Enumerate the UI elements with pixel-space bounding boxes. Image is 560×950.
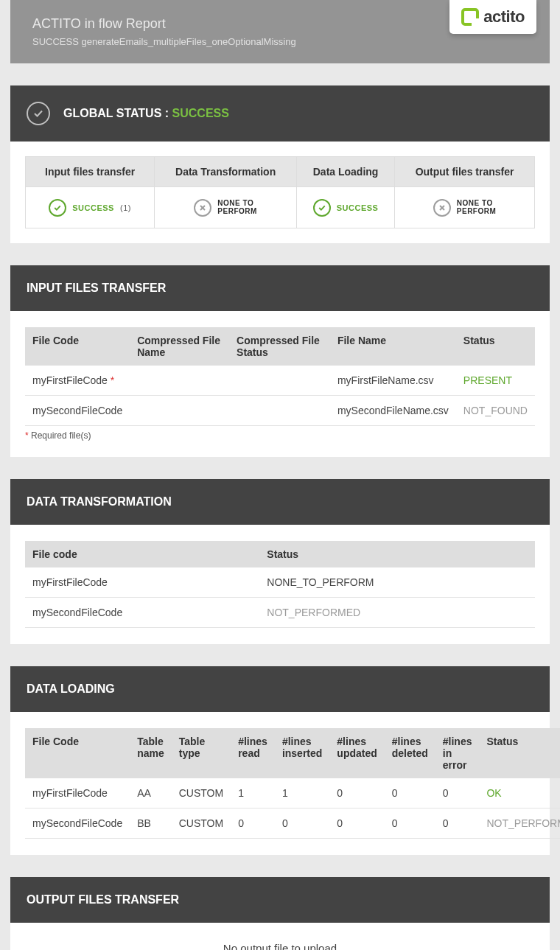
summary-input-status: SUCCESS: [72, 203, 114, 212]
summary-transform-status: NONE TO PERFORM: [217, 200, 257, 215]
cell-lines-deleted: 0: [385, 808, 435, 839]
cell-lines-updated: 0: [329, 808, 384, 839]
col-compressed-name: Compressed File Name: [130, 327, 229, 366]
required-star: *: [111, 374, 114, 386]
col-lines-read: #lines read: [231, 728, 275, 778]
table-row: myFirstFileCodeNONE_TO_PERFORM: [25, 567, 535, 598]
report-header: ACTITO in flow Report SUCCESS generateEm…: [10, 0, 550, 63]
cell-table-type: CUSTOM: [172, 778, 231, 808]
cell-lines-inserted: 1: [275, 778, 329, 808]
table-row: myFirstFileCode *myFirstFileName.csvPRES…: [25, 366, 535, 396]
check-circle-icon: [27, 102, 50, 125]
data-loading-card: DATA LOADING File Code Table name Table …: [10, 666, 550, 855]
cell-lines-read: 0: [231, 808, 275, 839]
cell-status: NOT_FOUND: [456, 396, 535, 426]
global-status-value: SUCCESS: [172, 107, 229, 119]
cell-lines-read: 1: [231, 778, 275, 808]
cell-status: NONE_TO_PERFORM: [259, 567, 535, 598]
cell-compressed-name: [130, 366, 229, 396]
none-icon: [194, 199, 211, 217]
summary-table-wrap: Input files transfer Data Transformation…: [10, 142, 550, 243]
cell-table-name: BB: [130, 808, 172, 839]
col-file-name: File Name: [330, 327, 456, 366]
data-transformation-table: File code Status myFirstFileCodeNONE_TO_…: [25, 541, 535, 628]
summary-header-transform: Data Transformation: [155, 157, 297, 187]
data-loading-table: File Code Table name Table type #lines r…: [25, 728, 560, 839]
summary-header-output: Output files transfer: [395, 157, 535, 187]
required-star: *: [25, 430, 29, 441]
required-footnote: * Required file(s): [25, 430, 535, 441]
cell-lines-updated: 0: [329, 778, 384, 808]
none-icon: [433, 199, 451, 217]
col-status: Status: [259, 541, 535, 567]
input-files-table: File Code Compressed File Name Compresse…: [25, 327, 535, 426]
summary-cell-loading: SUCCESS: [297, 187, 395, 228]
table-row: mySecondFileCodeNOT_PERFORMED: [25, 598, 535, 628]
cell-lines-error: 0: [435, 778, 480, 808]
cell-file-code: myFirstFileCode *: [25, 366, 130, 396]
report-subtitle: SUCCESS generateEmails_multipleFiles_one…: [32, 36, 528, 47]
cell-file-code: mySecondFileCode: [25, 598, 259, 628]
cell-lines-inserted: 0: [275, 808, 329, 839]
cell-lines-error: 0: [435, 808, 480, 839]
summary-header-input: Input files transfer: [26, 157, 155, 187]
summary-output-status: NONE TO PERFORM: [457, 200, 497, 215]
brand-logo-icon: [461, 8, 479, 26]
table-row: myFirstFileCodeAACUSTOM11000OK: [25, 778, 560, 808]
cell-compressed-name: [130, 396, 229, 426]
cell-status: OK: [479, 778, 560, 808]
col-status: Status: [479, 728, 560, 778]
data-transformation-header: DATA TRANSFORMATION: [10, 479, 550, 525]
cell-compressed-status: [229, 366, 330, 396]
summary-cell-output: NONE TO PERFORM: [395, 187, 535, 228]
col-file-code: File code: [25, 541, 259, 567]
cell-file-code: myFirstFileCode: [25, 778, 130, 808]
col-status: Status: [456, 327, 535, 366]
cell-file-code: mySecondFileCode: [25, 808, 130, 839]
global-status-label: GLOBAL STATUS :: [63, 107, 169, 119]
cell-file-code: myFirstFileCode: [25, 567, 259, 598]
cell-table-type: CUSTOM: [172, 808, 231, 839]
col-lines-deleted: #lines deleted: [385, 728, 435, 778]
global-status-card: GLOBAL STATUS : SUCCESS Input files tran…: [10, 85, 550, 243]
col-lines-error: #lines in error: [435, 728, 480, 778]
output-empty-message: No output file to upload: [10, 923, 550, 950]
cell-lines-deleted: 0: [385, 778, 435, 808]
col-lines-inserted: #lines inserted: [275, 728, 329, 778]
summary-input-count: (1): [120, 203, 131, 212]
table-row: mySecondFileCodeBBCUSTOM00000NOT_PERFORM…: [25, 808, 560, 839]
cell-compressed-status: [229, 396, 330, 426]
col-compressed-status: Compressed File Status: [229, 327, 330, 366]
summary-cell-input: SUCCESS (1): [26, 187, 155, 228]
cell-file-code: mySecondFileCode: [25, 396, 130, 426]
col-table-type: Table type: [172, 728, 231, 778]
table-row: mySecondFileCodemySecondFileName.csvNOT_…: [25, 396, 535, 426]
success-icon: [49, 199, 66, 217]
required-text: Required file(s): [31, 430, 91, 441]
data-loading-header: DATA LOADING: [10, 666, 550, 712]
global-status-bar: GLOBAL STATUS : SUCCESS: [10, 85, 550, 142]
col-file-code: File Code: [25, 327, 130, 366]
cell-table-name: AA: [130, 778, 172, 808]
output-files-card: OUTPUT FILES TRANSFER No output file to …: [10, 877, 550, 950]
col-file-code: File Code: [25, 728, 130, 778]
output-files-header: OUTPUT FILES TRANSFER: [10, 877, 550, 923]
input-files-card: INPUT FILES TRANSFER File Code Compresse…: [10, 265, 550, 457]
summary-cell-transform: NONE TO PERFORM: [155, 187, 297, 228]
summary-table: Input files transfer Data Transformation…: [25, 156, 535, 228]
cell-status: NOT_PERFORMED: [259, 598, 535, 628]
success-icon: [313, 199, 331, 217]
brand-logo-text: actito: [483, 7, 525, 27]
brand-logo: actito: [449, 0, 536, 34]
col-table-name: Table name: [130, 728, 172, 778]
data-transformation-card: DATA TRANSFORMATION File code Status myF…: [10, 479, 550, 644]
summary-loading-status: SUCCESS: [337, 203, 379, 212]
summary-header-loading: Data Loading: [297, 157, 395, 187]
col-lines-updated: #lines updated: [329, 728, 384, 778]
input-files-header: INPUT FILES TRANSFER: [10, 265, 550, 311]
cell-status: PRESENT: [456, 366, 535, 396]
cell-file-name: mySecondFileName.csv: [330, 396, 456, 426]
summary-row: SUCCESS (1) NONE TO PERFORM SUCC: [26, 187, 535, 228]
report-header-card: ACTITO in flow Report SUCCESS generateEm…: [10, 0, 550, 63]
cell-file-name: myFirstFileName.csv: [330, 366, 456, 396]
